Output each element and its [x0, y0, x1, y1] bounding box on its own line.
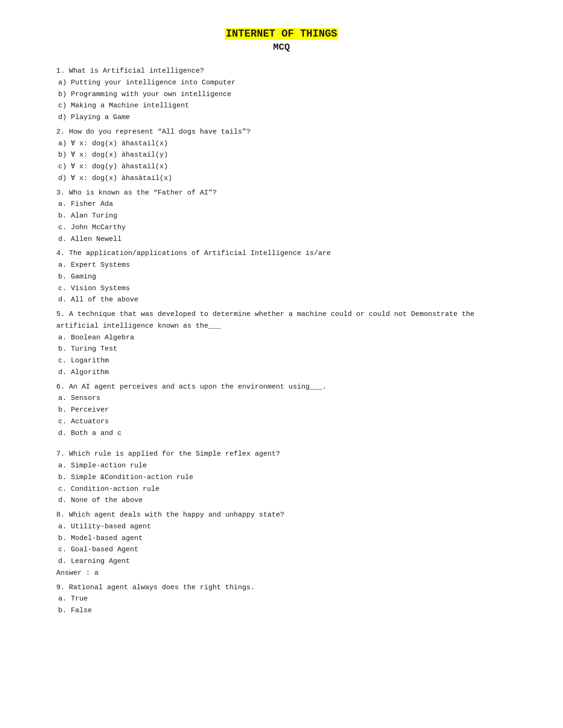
option-6-4: d. Both a and c: [58, 428, 507, 440]
option-3-1: a. Fisher Ada: [58, 199, 507, 210]
option-7-4: d. None of the above: [58, 495, 507, 507]
question-text-4: 4. The application/applications of Artif…: [56, 248, 507, 260]
option-7-3: c. Condition-action rule: [58, 484, 507, 495]
page-title-mcq: MCQ: [56, 42, 507, 53]
question-7: 7. Which rule is applied for the Simple …: [56, 449, 507, 507]
option-5-3: c. Logarithm: [58, 355, 507, 367]
option-1-2: b) Programming with your own intelligenc…: [58, 89, 507, 101]
option-9-2: b. False: [58, 605, 507, 617]
option-9-1: a. True: [58, 593, 507, 605]
question-9: 9. Rational agent always does the right …: [56, 582, 507, 617]
option-4-2: b. Gaming: [58, 271, 507, 283]
option-2-1: a) ∀ x: dog(x) àhastail(x): [58, 138, 507, 150]
question-4: 4. The application/applications of Artif…: [56, 248, 507, 306]
question-2: 2. How do you represent “All dogs have t…: [56, 127, 507, 185]
answer-8: Answer : a: [56, 568, 507, 579]
question-text-9: 9. Rational agent always does the right …: [56, 582, 507, 594]
question-text-8: 8. Which agent deals with the happy and …: [56, 510, 507, 521]
page-header: INTERNET OF THINGS MCQ: [56, 28, 507, 53]
option-4-4: d. All of the above: [58, 294, 507, 306]
option-6-1: a. Sensors: [58, 393, 507, 405]
question-1: 1. What is Artificial intelligence?a) Pu…: [56, 66, 507, 124]
question-5: 5. A technique that was developed to det…: [56, 309, 507, 379]
option-5-1: a. Boolean Algebra: [58, 332, 507, 344]
option-8-2: b. Model-based agent: [58, 533, 507, 545]
option-5-2: b. Turing Test: [58, 344, 507, 355]
option-2-4: d) ∀ x: dog(x) àhasàtail(x): [58, 173, 507, 185]
option-3-3: c. John McCarthy: [58, 222, 507, 234]
option-8-3: c. Goal-based Agent: [58, 544, 507, 556]
option-5-4: d. Algorithm: [58, 367, 507, 379]
question-text-1: 1. What is Artificial intelligence?: [56, 66, 507, 77]
option-6-2: b. Perceiver: [58, 405, 507, 416]
option-2-2: b) ∀ x: dog(x) àhastail(y): [58, 150, 507, 161]
option-1-4: d) Playing a Game: [58, 112, 507, 124]
question-text-5: 5. A technique that was developed to det…: [56, 309, 507, 332]
option-8-1: a. Utility-based agent: [58, 521, 507, 533]
option-4-3: c. Vision Systems: [58, 283, 507, 295]
mcq-content: 1. What is Artificial intelligence?a) Pu…: [56, 66, 507, 617]
option-2-3: c) ∀ x: dog(y) àhastail(x): [58, 161, 507, 173]
option-7-2: b. Simple &Condition-action rule: [58, 472, 507, 484]
option-6-3: c. Actuators: [58, 416, 507, 428]
option-8-4: d. Learning Agent: [58, 556, 507, 568]
option-7-1: a. Simple-action rule: [58, 460, 507, 472]
option-4-1: a. Expert Systems: [58, 260, 507, 271]
option-3-4: d. Allen Newell: [58, 234, 507, 246]
option-3-2: b. Alan Turing: [58, 210, 507, 222]
question-text-2: 2. How do you represent “All dogs have t…: [56, 127, 507, 138]
question-text-3: 3. Who is known as the “Father of AI”?: [56, 188, 507, 199]
question-text-6: 6. An AI agent perceives and acts upon t…: [56, 382, 507, 393]
option-1-1: a) Putting your intelligence into Comput…: [58, 77, 507, 89]
page-title-iot: INTERNET OF THINGS: [225, 28, 338, 40]
question-3: 3. Who is known as the “Father of AI”?a.…: [56, 188, 507, 246]
question-6: 6. An AI agent perceives and acts upon t…: [56, 382, 507, 440]
question-text-7: 7. Which rule is applied for the Simple …: [56, 449, 507, 460]
question-8: 8. Which agent deals with the happy and …: [56, 510, 507, 579]
option-1-3: c) Making a Machine intelligent: [58, 100, 507, 112]
